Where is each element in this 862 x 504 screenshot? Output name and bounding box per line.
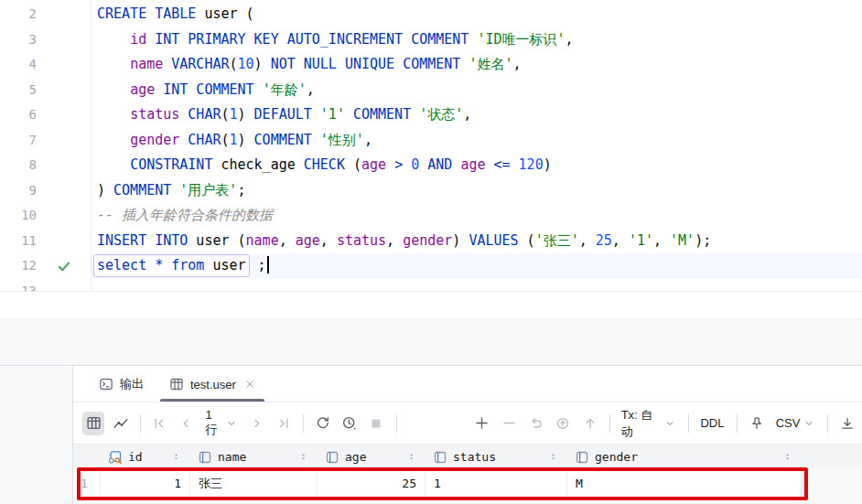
ddl-button[interactable]: DDL xyxy=(700,416,724,430)
code-line[interactable]: age INT COMMENT '年龄', xyxy=(92,78,862,103)
terminal-icon xyxy=(99,377,113,391)
gutter xyxy=(37,2,92,27)
preview-changes-button[interactable] xyxy=(552,412,574,435)
chart-view-icon xyxy=(113,415,129,432)
column-header-status[interactable]: status xyxy=(426,445,567,469)
sort-icon[interactable] xyxy=(409,451,417,464)
code-token xyxy=(97,132,130,148)
next-page-button[interactable] xyxy=(246,412,268,435)
delete-row-button[interactable] xyxy=(498,412,520,435)
code-token: CREATE TABLE xyxy=(97,5,196,22)
line-number: 2 xyxy=(0,2,37,27)
code-token xyxy=(97,106,130,123)
cell-age[interactable]: 25 xyxy=(318,469,426,498)
line-number: 5 xyxy=(0,78,37,103)
panel-top-spacer xyxy=(0,318,862,366)
code-token xyxy=(163,56,171,72)
next-page-icon xyxy=(250,416,264,431)
code-token xyxy=(403,156,411,173)
grid-view-button[interactable] xyxy=(82,412,104,435)
column-header-name[interactable]: name xyxy=(190,445,318,469)
key-column-icon xyxy=(108,450,123,465)
editor-line: 9) COMMENT '用户表'; xyxy=(0,178,862,204)
code-line[interactable] xyxy=(92,279,862,293)
toolbar-separator xyxy=(827,414,828,433)
code-token xyxy=(411,106,419,123)
code-token xyxy=(179,132,188,148)
editor-line: 7 gender CHAR(1) COMMENT '性别', xyxy=(0,128,862,154)
code-token: AND xyxy=(427,156,452,173)
code-line[interactable]: select * from user ; xyxy=(92,253,862,279)
code-token: '1' xyxy=(320,106,345,123)
code-token: , xyxy=(512,56,521,72)
code-token: status xyxy=(130,106,179,123)
code-token: select xyxy=(97,257,146,273)
submit-changes-button[interactable] xyxy=(578,412,600,435)
tab-output[interactable]: 输出 xyxy=(86,367,156,402)
editor-line: 4 name VARCHAR(10) NOT NULL UNIQUE COMME… xyxy=(0,52,862,78)
code-line[interactable]: id INT PRIMARY KEY AUTO_INCREMENT COMMEN… xyxy=(92,27,862,53)
previous-page-button[interactable] xyxy=(175,412,197,435)
code-line[interactable]: gender CHAR(1) COMMENT '性别', xyxy=(92,128,862,154)
cell-gender[interactable]: M xyxy=(567,469,802,498)
run-success-check-icon[interactable] xyxy=(37,253,92,279)
pin-tab-button[interactable] xyxy=(745,412,767,435)
code-token: , xyxy=(320,232,337,249)
chevron-down-icon xyxy=(664,418,675,429)
code-line[interactable]: INSERT INTO user (name, age, status, gen… xyxy=(92,229,862,254)
editor-line: 13 xyxy=(0,279,862,293)
column-header-id[interactable]: id xyxy=(101,445,190,469)
sql-editor[interactable]: 2CREATE TABLE user (3 id INT PRIMARY KEY… xyxy=(0,0,862,292)
auto-refresh-button[interactable] xyxy=(339,412,361,435)
transaction-mode-dropdown[interactable]: Tx: 自动 xyxy=(621,407,676,440)
add-row-button[interactable] xyxy=(471,412,493,435)
code-token: ) xyxy=(238,106,254,123)
last-page-button[interactable] xyxy=(273,412,295,435)
column-icon xyxy=(575,450,589,465)
line-number: 4 xyxy=(0,52,37,78)
sort-icon[interactable] xyxy=(301,451,309,464)
gutter xyxy=(37,178,92,204)
code-line[interactable]: CREATE TABLE user ( xyxy=(92,2,862,27)
code-line[interactable]: -- 插入年龄符合条件的数据 xyxy=(92,203,862,229)
stop-icon xyxy=(369,416,383,431)
sort-icon[interactable] xyxy=(174,451,182,464)
export-format-dropdown[interactable]: CSV xyxy=(776,416,815,430)
tab-test-user[interactable]: test.user xyxy=(156,367,268,402)
code-line[interactable]: status CHAR(1) DEFAULT '1' COMMENT '状态', xyxy=(92,102,862,128)
sort-icon[interactable] xyxy=(551,451,559,464)
cell-name[interactable]: 张三 xyxy=(190,469,318,498)
sort-icon[interactable] xyxy=(785,451,793,464)
cell-status[interactable]: 1 xyxy=(426,469,567,498)
stop-button[interactable] xyxy=(365,412,387,435)
code-token: ) xyxy=(238,132,254,148)
code-token xyxy=(146,257,155,273)
cell-id[interactable]: 1 xyxy=(101,469,190,498)
code-token: name xyxy=(130,56,163,72)
chart-view-button[interactable] xyxy=(109,412,131,435)
refresh-button[interactable] xyxy=(311,412,333,435)
code-line[interactable]: ) COMMENT '用户表'; xyxy=(92,178,862,204)
row-number-header xyxy=(73,445,101,469)
editor-line: 3 id INT PRIMARY KEY AUTO_INCREMENT COMM… xyxy=(0,27,862,53)
editor-line: 6 status CHAR(1) DEFAULT '1' COMMENT '状态… xyxy=(0,102,862,128)
table-row[interactable]: 11张三251M xyxy=(73,469,862,498)
code-line[interactable]: name VARCHAR(10) NOT NULL UNIQUE COMMENT… xyxy=(92,52,862,78)
gutter xyxy=(37,229,92,254)
column-header-age[interactable]: age xyxy=(318,445,426,469)
column-name: age xyxy=(345,450,366,464)
page-rows-dropdown[interactable]: 1行 xyxy=(206,408,237,438)
revert-changes-button[interactable] xyxy=(525,412,547,435)
code-token: ( xyxy=(221,106,229,123)
close-icon[interactable] xyxy=(244,379,255,390)
toolbar-separator xyxy=(688,414,689,433)
code-token: * xyxy=(155,257,163,273)
export-data-button[interactable] xyxy=(835,412,857,435)
first-page-button[interactable] xyxy=(148,412,170,435)
code-line[interactable]: CONSTRAINT check_age CHECK (age > 0 AND … xyxy=(92,153,862,178)
column-header-gender[interactable]: gender xyxy=(567,445,802,469)
export-format-label: CSV xyxy=(776,416,801,430)
line-number: 9 xyxy=(0,178,37,204)
toolbar-separator xyxy=(737,414,738,433)
column-name: gender xyxy=(595,450,638,464)
